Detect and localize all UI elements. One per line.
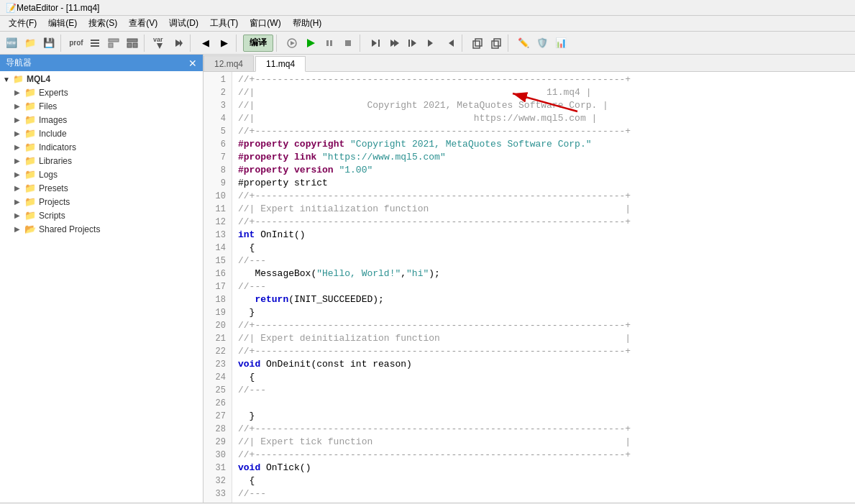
nav-tree: ▼ 📁 MQL4 ▶📁Experts▶📁Files▶📁Images▶📁Inclu…	[0, 71, 203, 503]
forward-button[interactable]: ▶	[216, 35, 233, 52]
code-line-18: return(INIT_SUCCEEDED);	[238, 293, 849, 306]
folder-icon: 📂	[24, 224, 36, 234]
nav-item-indicators[interactable]: ▶📁Indicators	[0, 140, 203, 154]
prev-btn[interactable]	[442, 35, 459, 52]
nav-item-projects[interactable]: ▶📁Projects	[0, 195, 203, 209]
menu-bar: 文件(F)编辑(E)搜索(S)查看(V)调试(D)工具(T)窗口(W)帮助(H)	[0, 16, 855, 32]
debug-start-button[interactable]	[283, 35, 301, 52]
nav-item-files[interactable]: ▶📁Files	[0, 99, 203, 113]
new-button[interactable]: 🆕	[3, 35, 20, 52]
tab-12-mq4[interactable]: 12.mq4	[204, 55, 254, 71]
menu-item-v[interactable]: 查看(V)	[123, 16, 163, 31]
code-line-26	[238, 397, 849, 410]
svg-marker-24	[449, 40, 454, 47]
step-out-btn[interactable]	[404, 35, 421, 52]
menu-item-h[interactable]: 帮助(H)	[287, 16, 328, 31]
shield-btn[interactable]: 🛡️	[534, 35, 551, 52]
view-button[interactable]	[105, 35, 122, 52]
view2-button[interactable]	[124, 35, 141, 52]
line-numbers: 1234567891011121314151617181920212223242…	[204, 72, 232, 503]
code-line-6: #property copyright "Copyright 2021, Met…	[238, 138, 849, 151]
code-line-5: //+-------------------------------------…	[238, 125, 849, 138]
svg-marker-17	[372, 40, 377, 47]
next-btn[interactable]	[423, 35, 440, 52]
title-bar: 📝 MetaEditor - [11.mq4]	[0, 0, 855, 16]
line-num-25: 25	[209, 384, 226, 397]
nav-item-presets[interactable]: ▶📁Presets	[0, 181, 203, 195]
svg-marker-12	[291, 41, 295, 45]
code-line-20: //+-------------------------------------…	[238, 319, 849, 332]
expand-icon: ▶	[14, 157, 22, 165]
toolbar-sep-3	[190, 35, 194, 52]
svg-rect-4	[109, 43, 113, 47]
toolbar-sep-1	[60, 35, 65, 52]
run-button[interactable]	[302, 35, 319, 52]
code-line-29: //| Expert tick function |	[238, 436, 849, 449]
properties-button[interactable]	[86, 35, 104, 52]
tree-item-label: Indicators	[39, 142, 76, 152]
prof-button[interactable]: prof	[68, 35, 85, 52]
menu-item-t[interactable]: 工具(T)	[204, 16, 244, 31]
svg-rect-3	[109, 39, 119, 42]
code-lines[interactable]: //+-------------------------------------…	[232, 72, 855, 503]
tree-item-label: Libraries	[39, 156, 72, 166]
menu-item-d[interactable]: 调试(D)	[163, 16, 204, 31]
menu-item-f[interactable]: 文件(F)	[3, 16, 42, 31]
nav-root-mql4[interactable]: ▼ 📁 MQL4	[0, 73, 203, 86]
pen-btn[interactable]: ✏️	[515, 35, 532, 52]
code-line-34	[238, 500, 849, 503]
nav-item-include[interactable]: ▶📁Include	[0, 127, 203, 140]
nav-item-images[interactable]: ▶📁Images	[0, 113, 203, 127]
code-editor[interactable]: 1234567891011121314151617181920212223242…	[204, 72, 855, 503]
line-num-11: 11	[209, 203, 226, 216]
line-num-33: 33	[209, 487, 226, 500]
line-num-22: 22	[209, 345, 226, 358]
line-num-32: 32	[209, 475, 226, 487]
code-line-3: //| Copyright 2021, MetaQuotes Software …	[238, 99, 849, 112]
expand-icon: ▶	[14, 211, 22, 219]
svg-rect-14	[326, 40, 329, 46]
code-line-23: void OnDeinit(const int reason)	[238, 358, 849, 371]
step-over-btn[interactable]	[385, 35, 403, 52]
line-num-23: 23	[209, 358, 226, 371]
copy2-btn[interactable]	[469, 35, 486, 52]
svg-marker-10	[180, 40, 183, 47]
nav-item-shared-projects[interactable]: ▶📂Shared Projects	[0, 222, 203, 236]
back-button[interactable]: ◀	[197, 35, 214, 52]
svg-marker-8	[157, 43, 163, 49]
chart-btn[interactable]: 📊	[552, 35, 570, 52]
code-line-28: //+-------------------------------------…	[238, 423, 849, 436]
expand-icon: ▶	[14, 225, 22, 233]
compile-button[interactable]: 编译	[243, 35, 273, 52]
tab-11-mq4[interactable]: 11.mq4	[255, 56, 306, 72]
menu-item-s[interactable]: 搜索(S)	[83, 16, 123, 31]
svg-marker-23	[428, 40, 433, 47]
svg-rect-7	[133, 43, 137, 47]
main-layout: 导航器 ✕ ▼ 📁 MQL4 ▶📁Experts▶📁Files▶📁Images▶…	[0, 55, 855, 503]
menu-item-e[interactable]: 编辑(E)	[42, 16, 83, 31]
nav-item-scripts[interactable]: ▶📁Scripts	[0, 209, 203, 222]
toolbar-sep-5	[276, 35, 280, 52]
toolbar: 🆕 📁 💾 prof var ◀ ▶ 编译	[0, 32, 855, 55]
var-button[interactable]: var	[151, 35, 168, 52]
line-num-5: 5	[209, 125, 226, 138]
save-button[interactable]: 💾	[40, 35, 58, 52]
nav-item-experts[interactable]: ▶📁Experts	[0, 86, 203, 99]
pause-button[interactable]	[321, 35, 338, 52]
nav-item-logs[interactable]: ▶📁Logs	[0, 168, 203, 181]
menu-item-w[interactable]: 窗口(W)	[244, 16, 286, 31]
open-button[interactable]: 📁	[22, 35, 39, 52]
line-num-16: 16	[209, 267, 226, 280]
svg-rect-25	[473, 41, 480, 48]
paste-btn[interactable]	[488, 35, 505, 52]
breakpoint-button[interactable]	[170, 35, 187, 52]
line-num-18: 18	[209, 293, 226, 306]
folder-icon: 📁	[24, 128, 36, 139]
nav-item-libraries[interactable]: ▶📁Libraries	[0, 154, 203, 168]
root-expand-icon: ▼	[3, 75, 10, 83]
step-in-btn[interactable]	[367, 35, 384, 52]
nav-close-button[interactable]: ✕	[188, 58, 197, 69]
stop-button[interactable]	[339, 35, 357, 52]
code-line-10: //+-------------------------------------…	[238, 190, 849, 203]
svg-rect-27	[492, 41, 498, 48]
